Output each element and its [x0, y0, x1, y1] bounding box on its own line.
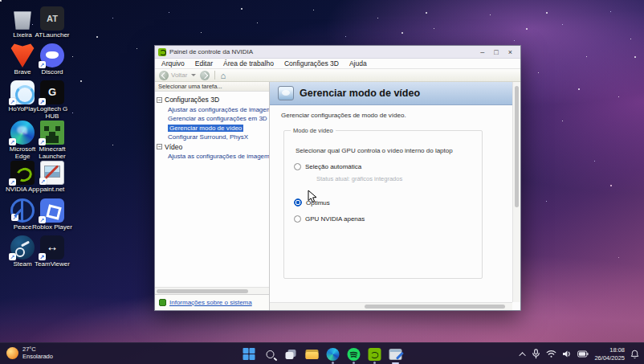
content-vertical-scrollbar[interactable]	[512, 82, 520, 302]
tree-group-video[interactable]: − Vídeo	[157, 143, 267, 151]
file-explorer-button[interactable]	[304, 346, 320, 362]
nvidia-control-panel-taskbar-button[interactable]	[387, 346, 404, 362]
home-icon[interactable]: ⌂	[220, 71, 226, 80]
close-button[interactable]: ×	[508, 47, 512, 58]
roblox-icon: ↗	[40, 198, 64, 223]
nvidia-icon	[368, 348, 381, 361]
shortcut-arrow-icon: ↗	[39, 216, 46, 223]
radio-checked-icon[interactable]	[294, 198, 302, 207]
back-button-icon[interactable]	[159, 71, 169, 80]
scrollbar-thumb[interactable]	[515, 86, 519, 207]
shortcut-arrow-icon: ↗	[39, 98, 46, 105]
desktop-icon-minecraft[interactable]: ↗Minecraft Launcher	[32, 121, 72, 160]
notification-bell-icon[interactable]	[630, 350, 639, 359]
radio-optimus[interactable]: Optimus	[294, 198, 482, 207]
shortcut-arrow-icon: ↗	[9, 178, 16, 186]
weather-temp: 27°C	[22, 346, 53, 353]
system-tray: 18:08 26/04/2025	[521, 343, 639, 364]
task-view-icon	[285, 350, 296, 359]
teamviewer-icon: ↔↗	[40, 235, 64, 260]
edge-taskbar-button[interactable]	[324, 346, 341, 362]
collapse-icon[interactable]: −	[157, 97, 162, 103]
sidebar-horizontal-scrollbar[interactable]	[155, 287, 269, 294]
gpu-question-label: Selecionar qual GPU controla o vídeo int…	[284, 131, 482, 154]
window-title: Painel de controle da NVIDIA	[169, 48, 480, 55]
toolbar: Voltar ⌂	[155, 69, 520, 82]
nvidia-app-taskbar-button[interactable]	[366, 346, 383, 362]
tree-item-gerenciar-modo-video[interactable]: Gerenciar modo de vídeo	[157, 125, 267, 132]
minimize-button[interactable]: –	[480, 47, 484, 58]
collapse-icon[interactable]: −	[157, 144, 162, 149]
steam-icon: ↗	[10, 235, 35, 260]
taskbar-center-icons	[241, 343, 404, 364]
shortcut-arrow-icon: ↗	[11, 214, 18, 221]
radio-selecao-automatica[interactable]: Seleção automática	[294, 163, 482, 170]
sidebar-footer: Informações sobre o sistema	[155, 294, 269, 310]
edge-icon: ↗	[10, 121, 35, 145]
menu-ajuda[interactable]: Ajuda	[349, 59, 367, 67]
windows-logo-icon	[243, 348, 255, 360]
search-icon	[266, 350, 274, 358]
content-horizontal-scrollbar[interactable]	[270, 302, 512, 310]
tree-item-ajusta-imagem-video[interactable]: Ajusta as configurações de imagem do víd…	[157, 153, 267, 160]
menu-area-de-trabalho[interactable]: Área de trabalho	[223, 59, 274, 67]
desktop-icon-atlauncher[interactable]: ATATLauncher	[32, 6, 72, 39]
taskbar: 27°C Ensolarado 18:08	[0, 342, 644, 364]
desktop: Lixeira ATATLauncher ↗Brave ↗Discord ↗Ho…	[0, 0, 644, 364]
hidden-icons-chevron-icon[interactable]	[520, 352, 526, 358]
paintnet-icon: ↗	[40, 161, 64, 185]
search-button[interactable]	[262, 346, 279, 362]
back-button-label: Voltar	[171, 72, 187, 79]
clock-time: 18:08	[594, 346, 625, 354]
volume-icon[interactable]	[562, 350, 572, 358]
menu-arquivo[interactable]: Arquivo	[161, 59, 185, 67]
wifi-icon[interactable]	[546, 350, 556, 358]
menu-configuracoes-3d[interactable]: Configurações 3D	[284, 59, 339, 67]
desktop-icon-logitech-ghub[interactable]: G↗Logitech G HUB	[32, 80, 72, 120]
shortcut-arrow-icon: ↗	[9, 253, 16, 260]
groupbox-legend: Modo de vídeo	[291, 127, 336, 134]
spotify-icon	[347, 348, 360, 361]
task-tree: − Configurações 3D Ajustar as configuraç…	[155, 92, 269, 287]
back-dropdown-icon[interactable]	[191, 74, 196, 76]
system-info-icon	[159, 299, 166, 306]
menu-editar[interactable]: Editar	[195, 59, 213, 67]
nvidia-control-panel-window: Painel de controle da NVIDIA – □ × Arqui…	[154, 45, 521, 311]
nvidia-control-panel-icon	[389, 349, 401, 360]
edge-icon	[326, 348, 339, 361]
radio-unchecked-icon[interactable]	[294, 163, 301, 170]
maximize-button[interactable]: □	[494, 47, 498, 58]
shortcut-arrow-icon: ↗	[39, 61, 46, 68]
title-bar[interactable]: Painel de controle da NVIDIA – □ ×	[155, 46, 520, 59]
task-view-button[interactable]	[283, 346, 300, 362]
tree-item-gerenciar-config-3d[interactable]: Gerenciar as configurações em 3D	[157, 115, 267, 122]
scrollbar-thumb[interactable]	[157, 289, 248, 293]
shortcut-arrow-icon: ↗	[39, 253, 46, 260]
radio-unchecked-icon[interactable]	[294, 215, 301, 223]
spotify-taskbar-button[interactable]	[345, 346, 362, 362]
shortcut-arrow-icon: ↗	[39, 178, 47, 185]
weather-widget[interactable]: 27°C Ensolarado	[6, 346, 53, 361]
tree-item-configurar-surround[interactable]: Configurar Surround, PhysX	[157, 133, 267, 141]
forward-button-icon[interactable]	[200, 71, 210, 80]
battery-icon[interactable]	[577, 350, 589, 358]
task-sidebar: Selecionar uma tarefa... − Configurações…	[155, 82, 270, 310]
nvidia-logo-icon	[158, 48, 166, 56]
scrollbar-thumb[interactable]	[365, 305, 505, 309]
display-mode-icon	[278, 86, 294, 100]
radio-gpu-nvidia-apenas[interactable]: GPU NVIDIA apenas	[294, 215, 482, 223]
system-info-link[interactable]: Informações sobre o sistema	[169, 299, 252, 306]
clock[interactable]: 18:08 26/04/2025	[594, 346, 625, 362]
brave-icon: ↗	[10, 43, 35, 67]
start-button[interactable]	[241, 346, 258, 362]
shortcut-arrow-icon: ↗	[9, 138, 16, 145]
tree-item-ajustar-imagem[interactable]: Ajustar as configurações de imagem com a…	[157, 106, 267, 113]
desktop-icon-paintnet[interactable]: ↗paint.net	[32, 161, 72, 193]
hoyoplay-icon: ↗	[10, 80, 35, 104]
tree-group-configuracoes-3d[interactable]: − Configurações 3D	[157, 96, 267, 104]
toolbar-separator	[214, 71, 215, 80]
desktop-icon-teamviewer[interactable]: ↔↗TeamViewer	[32, 235, 72, 268]
desktop-icon-roblox[interactable]: ↗Roblox Player	[32, 198, 72, 231]
desktop-icon-discord[interactable]: ↗Discord	[32, 43, 72, 76]
microphone-icon[interactable]	[532, 349, 540, 359]
